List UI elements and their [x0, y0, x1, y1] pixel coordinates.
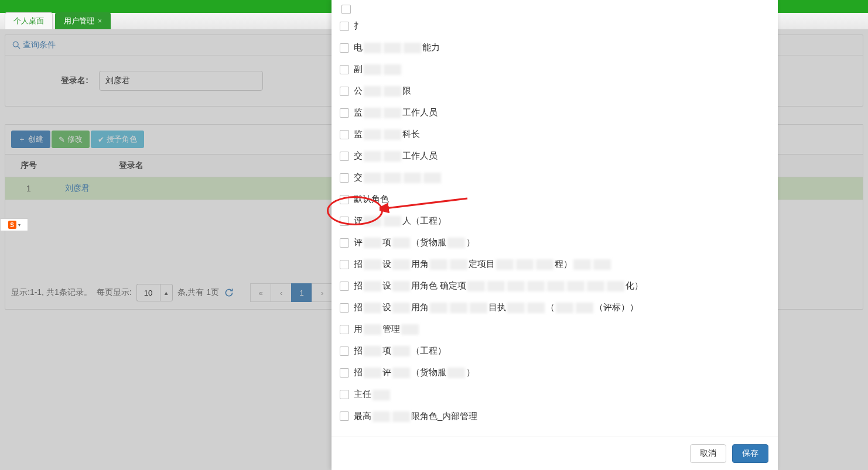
role-item[interactable]: 副 — [340, 59, 770, 80]
role-item[interactable]: 公限 — [340, 80, 770, 102]
role-label: 招设用角色 确定项化） — [354, 280, 643, 291]
role-item[interactable]: 招项（工程） — [340, 340, 770, 362]
role-item[interactable]: 监工作人员 — [340, 102, 770, 123]
assign-role-modal: 扌电能力副公限监工作人员监科长交工作人员交默认角色评人（工程）评项（货物服）招设… — [332, 0, 778, 470]
tab-label: 用户管理 — [64, 16, 94, 26]
role-label: 副 — [354, 64, 402, 75]
role-item[interactable]: 招评（货物服） — [340, 362, 770, 383]
role-checkbox[interactable] — [340, 411, 349, 421]
role-checkbox[interactable] — [340, 195, 349, 204]
role-item[interactable]: 主任 — [340, 383, 770, 405]
role-checkbox[interactable] — [341, 5, 351, 14]
role-checkbox[interactable] — [340, 325, 349, 334]
role-label: 招设用角定项目程） — [354, 259, 612, 270]
tab-label: 个人桌面 — [13, 16, 44, 26]
role-item[interactable]: 交工作人员 — [340, 145, 770, 167]
role-checkbox[interactable] — [340, 368, 349, 378]
role-checkbox[interactable] — [340, 303, 349, 313]
role-list: 扌电能力副公限监工作人员监科长交工作人员交默认角色评人（工程）评项（货物服）招设… — [332, 0, 778, 437]
role-checkbox[interactable] — [340, 282, 349, 291]
role-label: 电能力 — [354, 42, 440, 53]
role-label: 招设用角目执（（评标）） — [354, 302, 638, 313]
role-item[interactable]: 招设用角定项目程） — [340, 253, 770, 275]
role-checkbox[interactable] — [340, 130, 349, 139]
role-label: 交工作人员 — [354, 150, 438, 162]
tab-personal-desktop[interactable]: 个人桌面 — [5, 12, 53, 29]
role-checkbox[interactable] — [340, 260, 349, 269]
role-checkbox[interactable] — [340, 217, 349, 226]
role-checkbox[interactable] — [340, 87, 349, 96]
role-item[interactable]: 扌 — [340, 15, 770, 37]
role-checkbox[interactable] — [340, 347, 349, 356]
role-item[interactable]: 监科长 — [340, 123, 770, 145]
role-item[interactable]: 招设用角色 确定项化） — [340, 275, 770, 297]
role-label: 交 — [354, 172, 442, 183]
role-checkbox[interactable] — [340, 43, 349, 53]
tab-user-management[interactable]: 用户管理 × — [55, 12, 111, 29]
role-checkbox[interactable] — [340, 22, 349, 31]
role-checkbox[interactable] — [340, 152, 349, 161]
role-label: 评项（货物服） — [354, 237, 475, 248]
close-icon[interactable]: × — [98, 17, 102, 25]
role-checkbox[interactable] — [340, 238, 349, 248]
role-item[interactable]: 评人（工程） — [340, 210, 770, 232]
role-item[interactable]: 最高限角色_内部管理 — [340, 406, 770, 427]
role-checkbox[interactable] — [340, 108, 349, 118]
ime-icon: S — [8, 221, 16, 229]
role-item[interactable]: 用管理 — [340, 318, 770, 340]
role-checkbox[interactable] — [340, 173, 349, 183]
ime-floating-widget[interactable]: S ▾ — [0, 218, 28, 231]
role-item[interactable]: 电能力 — [340, 37, 770, 59]
role-label: 招评（货物服） — [354, 367, 475, 378]
role-item[interactable]: 默认角色 — [340, 188, 770, 210]
role-label: 招项（工程） — [354, 345, 446, 356]
role-label: 默认角色 — [354, 194, 389, 205]
save-button[interactable]: 保存 — [732, 444, 768, 463]
role-label: 公限 — [354, 85, 411, 97]
role-label: 最高限角色_内部管理 — [354, 411, 477, 422]
role-label: 评人（工程） — [354, 215, 446, 227]
role-label: 监科长 — [354, 129, 420, 140]
role-label: 用管理 — [354, 324, 420, 335]
cancel-button[interactable]: 取消 — [690, 444, 726, 463]
role-label: 监工作人员 — [354, 107, 438, 118]
role-label: 扌 — [354, 20, 363, 32]
role-item[interactable]: 评项（货物服） — [340, 232, 770, 253]
role-item[interactable]: 交 — [340, 167, 770, 188]
role-checkbox[interactable] — [340, 390, 349, 399]
ime-caret-icon: ▾ — [18, 222, 20, 228]
role-label: 主任 — [354, 389, 391, 400]
role-item[interactable]: 招设用角目执（（评标）） — [340, 297, 770, 318]
modal-footer: 取消 保存 — [332, 437, 778, 470]
role-checkbox[interactable] — [340, 65, 349, 74]
